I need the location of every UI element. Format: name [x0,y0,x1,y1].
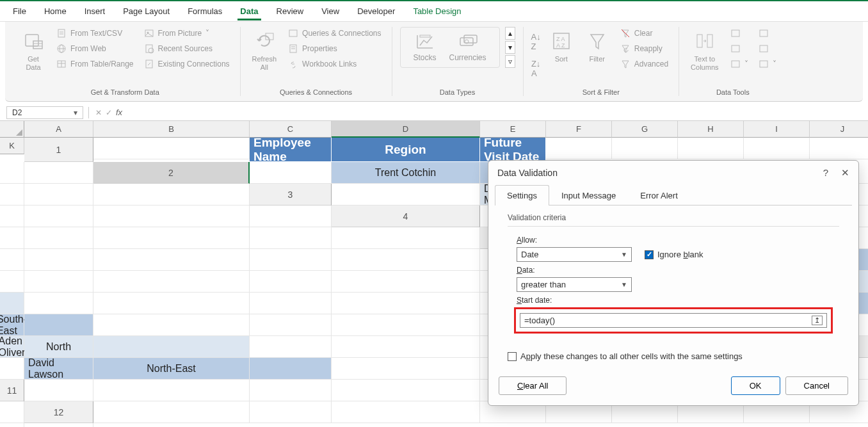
clear-button[interactable]: Clear [618,27,671,40]
fx-icon[interactable]: fx [116,108,122,117]
row-header[interactable]: 1 [24,138,93,162]
cell[interactable] [0,162,24,184]
cell[interactable] [0,401,24,423]
column-header[interactable]: J [810,121,868,138]
tab-review[interactable]: Review [269,3,312,20]
cell[interactable] [0,358,24,380]
row-header[interactable]: 11 [0,380,24,401]
cell[interactable] [332,227,480,249]
cell[interactable] [93,205,250,227]
tab-file[interactable]: File [5,3,34,20]
remove-dup-button[interactable] [728,42,751,55]
scroll-up-button[interactable]: ▴ [505,27,515,40]
column-header[interactable]: I [744,121,810,138]
tab-data[interactable]: Data [232,3,266,20]
cell[interactable] [0,205,24,227]
cell[interactable] [0,249,24,271]
allow-select[interactable]: Date▼ [517,247,632,262]
cell[interactable] [250,205,332,227]
cell[interactable] [24,293,93,314]
cell[interactable] [332,271,480,293]
sort-button[interactable]: Z AA Z Sort [546,27,577,66]
cancel-formula-icon[interactable]: ✕ [95,108,102,117]
tab-settings[interactable]: Settings [495,185,549,205]
cell[interactable] [24,380,93,401]
relationships-button[interactable] [756,42,779,55]
text-to-columns-button[interactable]: Text to Columns [687,27,722,74]
cell[interactable] [93,401,250,423]
cell[interactable] [93,314,250,336]
clear-all-button[interactable]: Clear All [499,376,567,395]
tab-table-design[interactable]: Table Design [405,3,469,20]
row-header[interactable]: 2 [93,162,250,184]
from-picture-button[interactable]: From Picture ˅ [141,27,232,40]
cell[interactable]: Employee Name [250,138,332,162]
data-model-button[interactable]: ˅ [756,58,779,70]
row-header[interactable]: 4 [332,205,480,227]
existing-connections-button[interactable]: Existing Connections [141,58,232,70]
cell[interactable]: Aden Oliver [0,336,24,358]
cell[interactable] [332,314,480,336]
cell[interactable] [250,401,332,423]
from-web-button[interactable]: From Web [54,42,136,55]
column-header[interactable]: D [332,121,480,138]
cell[interactable] [250,271,332,293]
cell[interactable] [0,423,24,427]
queries-button[interactable]: Queries & Connections [285,27,383,40]
scroll-down-button[interactable]: ▾ [505,41,515,54]
consolidate-button[interactable] [756,27,779,40]
cell[interactable] [250,314,332,336]
column-header[interactable]: A [24,121,93,138]
cell[interactable] [250,358,332,380]
cell[interactable] [332,184,480,205]
cell[interactable] [93,184,250,205]
cancel-button[interactable]: Cancel [785,376,848,395]
apply-all-checkbox[interactable] [508,352,517,361]
sort-asc-button[interactable]: A↓Z [531,32,541,51]
filter-button[interactable]: Filter [582,27,613,66]
start-date-input[interactable]: =today() ↥ [520,313,827,328]
cell[interactable] [93,380,250,401]
cell[interactable]: Future Visit Date [480,138,546,162]
from-text-csv-button[interactable]: From Text/CSV [54,27,136,40]
cell[interactable] [24,184,93,205]
tab-view[interactable]: View [314,3,347,20]
chevron-down-icon[interactable]: ▾ [74,108,77,117]
cell[interactable] [744,138,810,159]
from-table-button[interactable]: From Table/Range [54,58,136,70]
sort-desc-button[interactable]: Z↓A [531,59,540,78]
tab-error-alert[interactable]: Error Alert [628,185,690,205]
cell[interactable] [810,138,868,159]
formula-input[interactable] [126,106,868,118]
row-header[interactable]: 3 [250,184,332,205]
cell[interactable] [332,380,480,401]
column-header[interactable]: B [93,121,250,138]
tab-insert[interactable]: Insert [77,3,113,20]
cell[interactable] [93,138,250,159]
properties-button[interactable]: Properties [285,42,383,55]
stocks-button[interactable]: Stocks [414,33,437,62]
cell[interactable] [678,138,744,159]
name-box[interactable]: D2 ▾ [6,106,83,119]
cell[interactable] [0,293,24,314]
cell[interactable] [332,336,480,358]
cell[interactable] [332,249,480,271]
cell[interactable]: North-East [93,358,250,380]
cell[interactable] [250,336,332,358]
cell[interactable] [93,249,250,271]
close-button[interactable]: ✕ [841,167,849,179]
column-header[interactable]: K [0,138,24,154]
tab-home[interactable]: Home [36,3,74,20]
tab-page-layout[interactable]: Page Layout [115,3,177,20]
column-header[interactable]: E [480,121,546,138]
cell[interactable] [612,138,678,159]
tab-formulas[interactable]: Formulas [180,3,230,20]
recent-sources-button[interactable]: Recent Sources [141,42,232,55]
data-validation-button[interactable]: ˅ [728,58,751,70]
cell[interactable] [93,293,250,314]
cell[interactable] [332,358,480,380]
refresh-all-button[interactable]: Refresh All [248,27,281,74]
cell[interactable] [93,227,250,249]
cell[interactable]: North [24,336,93,358]
cell[interactable] [250,380,332,401]
